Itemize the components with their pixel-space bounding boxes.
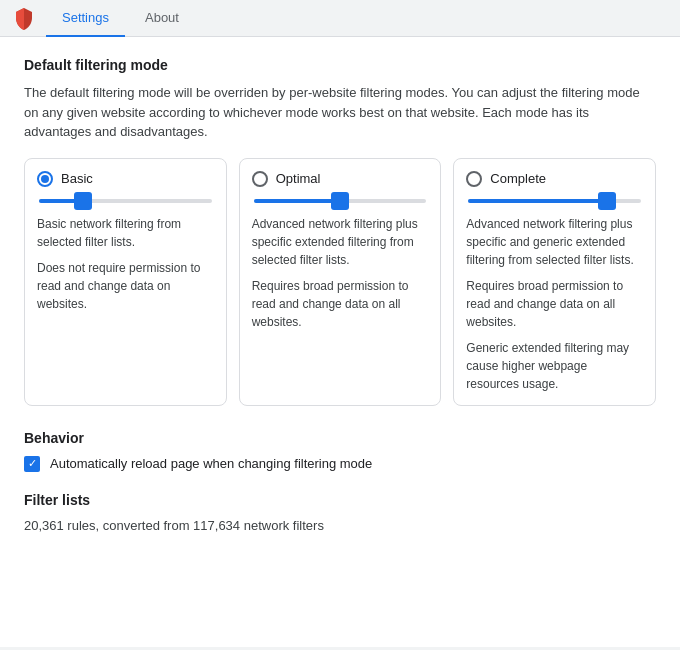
optimal-slider-fill <box>254 199 340 203</box>
optimal-slider-container <box>252 199 429 203</box>
tab-settings[interactable]: Settings <box>46 0 125 37</box>
complete-card-header: Complete <box>466 171 643 187</box>
optimal-slider-thumb[interactable] <box>331 192 349 210</box>
tab-about[interactable]: About <box>129 0 195 37</box>
complete-slider-container <box>466 199 643 203</box>
optimal-radio[interactable] <box>252 171 268 187</box>
extension-logo <box>12 6 36 30</box>
checkbox-checkmark: ✓ <box>28 458 37 469</box>
basic-slider-track[interactable] <box>39 199 212 203</box>
auto-reload-label: Automatically reload page when changing … <box>50 456 372 471</box>
tab-bar: Settings About <box>0 0 680 37</box>
complete-mode-card[interactable]: Complete Advanced network filtering plus… <box>453 158 656 406</box>
complete-text-1: Advanced network filtering plus specific… <box>466 215 643 269</box>
behavior-section: Behavior ✓ Automatically reload page whe… <box>24 430 656 472</box>
behavior-title: Behavior <box>24 430 656 446</box>
complete-card-text: Advanced network filtering plus specific… <box>466 215 643 393</box>
default-filtering-title: Default filtering mode <box>24 57 656 73</box>
filter-lists-title: Filter lists <box>24 492 656 508</box>
auto-reload-row: ✓ Automatically reload page when changin… <box>24 456 656 472</box>
optimal-slider-track[interactable] <box>254 199 427 203</box>
complete-slider-track[interactable] <box>468 199 641 203</box>
complete-slider-thumb[interactable] <box>598 192 616 210</box>
basic-mode-card[interactable]: Basic Basic network filtering from selec… <box>24 158 227 406</box>
basic-radio[interactable] <box>37 171 53 187</box>
filter-mode-cards: Basic Basic network filtering from selec… <box>24 158 656 406</box>
basic-card-header: Basic <box>37 171 214 187</box>
basic-card-label: Basic <box>61 171 93 186</box>
optimal-card-text: Advanced network filtering plus specific… <box>252 215 429 331</box>
complete-radio[interactable] <box>466 171 482 187</box>
optimal-card-label: Optimal <box>276 171 321 186</box>
default-filtering-section: Default filtering mode The default filte… <box>24 57 656 406</box>
basic-card-text: Basic network filtering from selected fi… <box>37 215 214 313</box>
filter-lists-section: Filter lists 20,361 rules, converted fro… <box>24 492 656 533</box>
complete-slider-fill <box>468 199 606 203</box>
basic-text-1: Basic network filtering from selected fi… <box>37 215 214 251</box>
optimal-card-header: Optimal <box>252 171 429 187</box>
basic-slider-thumb[interactable] <box>74 192 92 210</box>
complete-text-3: Generic extended filtering may cause hig… <box>466 339 643 393</box>
basic-slider-container <box>37 199 214 203</box>
auto-reload-checkbox[interactable]: ✓ <box>24 456 40 472</box>
complete-card-label: Complete <box>490 171 546 186</box>
default-filtering-description: The default filtering mode will be overr… <box>24 83 656 142</box>
optimal-text-1: Advanced network filtering plus specific… <box>252 215 429 269</box>
filter-lists-description: 20,361 rules, converted from 117,634 net… <box>24 518 656 533</box>
optimal-mode-card[interactable]: Optimal Advanced network filtering plus … <box>239 158 442 406</box>
basic-text-2: Does not require permission to read and … <box>37 259 214 313</box>
basic-radio-inner <box>41 175 49 183</box>
complete-text-2: Requires broad permission to read and ch… <box>466 277 643 331</box>
main-content: Default filtering mode The default filte… <box>0 37 680 647</box>
optimal-text-2: Requires broad permission to read and ch… <box>252 277 429 331</box>
